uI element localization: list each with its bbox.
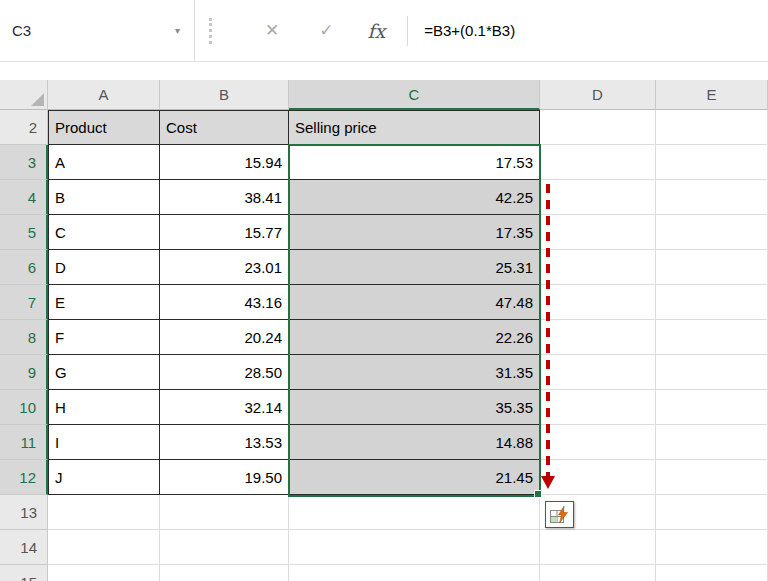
cell-C8[interactable]: 22.26 — [289, 320, 540, 355]
row-header-7[interactable]: 7 — [0, 285, 48, 320]
cell-B13[interactable] — [160, 495, 289, 530]
cell-C14[interactable] — [289, 530, 540, 565]
cell-E15[interactable] — [656, 565, 768, 581]
cell-D14[interactable] — [540, 530, 656, 565]
cell-D12[interactable] — [540, 460, 656, 495]
column-header-C[interactable]: C — [289, 80, 540, 110]
cell-C4[interactable]: 42.25 — [289, 180, 540, 215]
cell-E4[interactable] — [656, 180, 768, 215]
enter-icon[interactable]: ✓ — [319, 22, 333, 39]
row-header-5[interactable]: 5 — [0, 215, 48, 250]
cell-A3[interactable]: A — [48, 145, 160, 180]
cell-A8[interactable]: F — [48, 320, 160, 355]
cell-E7[interactable] — [656, 285, 768, 320]
insert-function-icon[interactable]: fx — [368, 20, 386, 42]
row-header-9[interactable]: 9 — [0, 355, 48, 390]
cell-E10[interactable] — [656, 390, 768, 425]
cell-B10[interactable]: 32.14 — [160, 390, 289, 425]
column-header-E[interactable]: E — [656, 80, 768, 110]
cell-C11[interactable]: 14.88 — [289, 425, 540, 460]
cell-B5[interactable]: 15.77 — [160, 215, 289, 250]
column-header-B[interactable]: B — [160, 80, 289, 110]
cell-C15[interactable] — [289, 565, 540, 581]
row-header-10[interactable]: 10 — [0, 390, 48, 425]
cell-A12[interactable]: J — [48, 460, 160, 495]
row-header-3[interactable]: 3 — [0, 145, 48, 180]
cell-E6[interactable] — [656, 250, 768, 285]
cell-A6[interactable]: D — [48, 250, 160, 285]
cell-B14[interactable] — [160, 530, 289, 565]
row-header-8[interactable]: 8 — [0, 320, 48, 355]
cell-E14[interactable] — [656, 530, 768, 565]
cell-C3[interactable]: 17.53 — [289, 145, 540, 180]
cell-D15[interactable] — [540, 565, 656, 581]
formula-bar-separator — [407, 16, 408, 46]
cell-A14[interactable] — [48, 530, 160, 565]
cell-D7[interactable] — [540, 285, 656, 320]
cell-A11[interactable]: I — [48, 425, 160, 460]
row-header-13[interactable]: 13 — [0, 495, 48, 530]
cell-E11[interactable] — [656, 425, 768, 460]
cell-A5[interactable]: C — [48, 215, 160, 250]
cell-E3[interactable] — [656, 145, 768, 180]
row-header-4[interactable]: 4 — [0, 180, 48, 215]
cell-D10[interactable] — [540, 390, 656, 425]
formula-input[interactable]: =B3+(0.1*B3) — [424, 22, 515, 39]
cell-E12[interactable] — [656, 460, 768, 495]
row-header-12[interactable]: 12 — [0, 460, 48, 495]
formula-bar-drag-handle-icon[interactable] — [209, 18, 213, 44]
cell-A2[interactable]: Product — [48, 110, 160, 145]
column-header-A[interactable]: A — [48, 80, 160, 110]
cell-E8[interactable] — [656, 320, 768, 355]
cell-C9[interactable]: 31.35 — [289, 355, 540, 390]
cell-B3[interactable]: 15.94 — [160, 145, 289, 180]
row-header-2[interactable]: 2 — [0, 110, 48, 145]
cell-B7[interactable]: 43.16 — [160, 285, 289, 320]
row-header-6[interactable]: 6 — [0, 250, 48, 285]
cell-A10[interactable]: H — [48, 390, 160, 425]
cell-C7[interactable]: 47.48 — [289, 285, 540, 320]
cell-B8[interactable]: 20.24 — [160, 320, 289, 355]
cell-B4[interactable]: 38.41 — [160, 180, 289, 215]
cell-C12[interactable]: 21.45 — [289, 460, 540, 495]
cell-B9[interactable]: 28.50 — [160, 355, 289, 390]
cell-E13[interactable] — [656, 495, 768, 530]
cell-D4[interactable] — [540, 180, 656, 215]
row-header-15[interactable]: 15 — [0, 565, 48, 581]
cell-D5[interactable] — [540, 215, 656, 250]
column-header-D[interactable]: D — [540, 80, 656, 110]
row-header-14[interactable]: 14 — [0, 530, 48, 565]
cell-B11[interactable]: 13.53 — [160, 425, 289, 460]
cell-E2[interactable] — [656, 110, 768, 145]
cell-A4[interactable]: B — [48, 180, 160, 215]
name-box[interactable]: C3 ▾ — [0, 0, 195, 61]
row-header-11[interactable]: 11 — [0, 425, 48, 460]
cancel-icon[interactable]: ✕ — [265, 22, 279, 39]
cell-C2[interactable]: Selling price — [289, 110, 540, 145]
cell-D2[interactable] — [540, 110, 656, 145]
name-box-dropdown-icon[interactable]: ▾ — [175, 25, 180, 36]
cell-E5[interactable] — [656, 215, 768, 250]
cell-C13[interactable] — [289, 495, 540, 530]
fill-handle[interactable] — [534, 490, 542, 498]
cell-C5[interactable]: 17.35 — [289, 215, 540, 250]
cell-C10[interactable]: 35.35 — [289, 390, 540, 425]
cell-D6[interactable] — [540, 250, 656, 285]
cell-D8[interactable] — [540, 320, 656, 355]
cell-B2[interactable]: Cost — [160, 110, 289, 145]
cell-C6[interactable]: 25.31 — [289, 250, 540, 285]
cell-A13[interactable] — [48, 495, 160, 530]
name-box-value: C3 — [0, 22, 31, 39]
cell-E9[interactable] — [656, 355, 768, 390]
cell-B12[interactable]: 19.50 — [160, 460, 289, 495]
cell-B6[interactable]: 23.01 — [160, 250, 289, 285]
cell-B15[interactable] — [160, 565, 289, 581]
autofill-options-button[interactable] — [545, 501, 574, 528]
cell-A9[interactable]: G — [48, 355, 160, 390]
cell-A15[interactable] — [48, 565, 160, 581]
cell-D9[interactable] — [540, 355, 656, 390]
cell-D11[interactable] — [540, 425, 656, 460]
select-all-button[interactable] — [0, 80, 48, 110]
cell-D3[interactable] — [540, 145, 656, 180]
cell-A7[interactable]: E — [48, 285, 160, 320]
